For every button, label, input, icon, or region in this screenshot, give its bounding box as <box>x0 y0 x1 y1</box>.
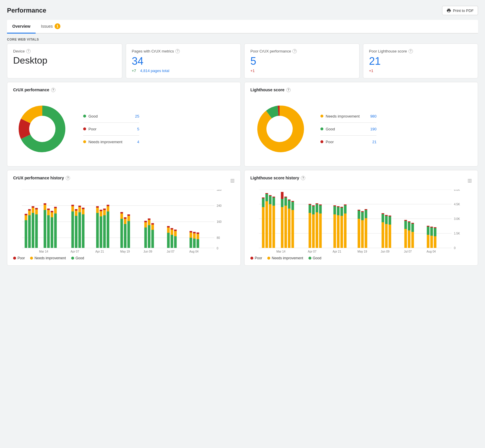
svg-text:0: 0 <box>454 246 456 250</box>
svg-point-0 <box>29 116 55 142</box>
svg-rect-12 <box>25 220 27 248</box>
poor-crux-help-icon[interactable]: ? <box>292 49 297 53</box>
svg-rect-191 <box>430 236 433 248</box>
lighthouse-history-card: Lighthouse score history ? ▥ 6.0K 4.5K <box>244 170 478 266</box>
svg-rect-53 <box>100 210 102 211</box>
print-button[interactable]: Print to PDF <box>442 6 478 15</box>
svg-rect-179 <box>404 229 407 248</box>
svg-rect-25 <box>44 205 46 210</box>
svg-rect-38 <box>71 205 74 206</box>
svg-rect-82 <box>171 230 173 235</box>
svg-rect-150 <box>334 206 336 214</box>
svg-rect-90 <box>193 239 196 248</box>
svg-rect-154 <box>337 206 340 207</box>
crux-pages-value: 34 <box>132 55 235 67</box>
crux-history-chart: 320 240 160 80 0 <box>13 190 235 254</box>
svg-rect-170 <box>382 222 384 248</box>
good-dot <box>83 115 86 118</box>
device-value: Desktop <box>13 55 116 66</box>
svg-rect-42 <box>78 212 81 248</box>
svg-text:6.0K: 6.0K <box>454 190 460 191</box>
svg-rect-143 <box>316 212 318 248</box>
svg-rect-26 <box>44 203 46 205</box>
svg-rect-83 <box>171 228 173 230</box>
svg-rect-69 <box>144 228 147 248</box>
svg-rect-158 <box>344 214 347 248</box>
svg-rect-125 <box>281 207 284 248</box>
svg-rect-178 <box>389 216 391 216</box>
lh-good-label: Good <box>326 127 360 131</box>
crux-history-help-icon[interactable]: ? <box>66 176 70 180</box>
svg-rect-173 <box>385 224 388 248</box>
svg-rect-75 <box>151 230 154 248</box>
good-value: 25 <box>130 114 139 118</box>
lighthouse-history-help-icon[interactable]: ? <box>301 176 305 180</box>
poor-dot <box>83 127 86 130</box>
device-card: Device ? Desktop <box>7 43 122 78</box>
svg-text:4.5K: 4.5K <box>454 203 460 206</box>
issues-badge: 1 <box>55 23 60 29</box>
svg-rect-187 <box>411 223 414 224</box>
lighthouse-donut-help-icon[interactable]: ? <box>286 88 291 92</box>
svg-rect-195 <box>434 228 437 236</box>
svg-rect-50 <box>96 206 99 208</box>
svg-rect-13 <box>25 215 27 220</box>
tab-overview[interactable]: Overview <box>7 20 36 34</box>
svg-rect-45 <box>82 214 85 248</box>
device-help-icon[interactable]: ? <box>26 49 31 53</box>
svg-rect-131 <box>288 209 291 248</box>
poor-lighthouse-help-icon[interactable]: ? <box>409 49 413 53</box>
crux-poor-label: Poor <box>18 256 25 260</box>
print-label: Print to PDF <box>453 8 474 13</box>
svg-rect-127 <box>281 192 284 199</box>
svg-rect-65 <box>124 217 127 219</box>
lighthouse-donut-card: Lighthouse score ? <box>244 82 478 167</box>
svg-rect-151 <box>334 205 336 206</box>
svg-rect-92 <box>193 232 196 233</box>
svg-rect-164 <box>361 220 364 248</box>
svg-rect-186 <box>411 224 414 232</box>
lh-legend-item-good: Good 190 <box>320 127 376 131</box>
svg-rect-14 <box>25 214 27 215</box>
tab-issues[interactable]: Issues 1 <box>36 20 65 34</box>
lighthouse-history-expand-icon[interactable]: ▥ <box>467 178 472 183</box>
lh-good-dot <box>320 127 323 130</box>
svg-rect-174 <box>385 216 388 224</box>
svg-rect-144 <box>316 204 318 212</box>
svg-rect-37 <box>71 206 74 211</box>
svg-rect-39 <box>75 216 78 248</box>
svg-rect-27 <box>47 215 50 248</box>
svg-rect-70 <box>144 222 147 228</box>
crux-history-expand-icon[interactable]: ▥ <box>230 178 235 183</box>
lighthouse-history-chart: 6.0K 4.5K 3.0K 1.5K 0 <box>250 190 472 254</box>
lighthouse-history-legend: Poor Needs improvement Good <box>250 256 472 260</box>
crux-history-svg: 320 240 160 80 0 <box>13 190 235 254</box>
svg-rect-124 <box>273 197 275 197</box>
crux-legend-good: Good <box>71 256 84 260</box>
svg-rect-193 <box>430 227 433 228</box>
svg-rect-171 <box>382 214 384 222</box>
svg-rect-78 <box>167 233 170 248</box>
lh-needs-value: 980 <box>368 114 376 118</box>
lh-poor-legend-dot <box>250 257 253 260</box>
crux-donut-help-icon[interactable]: ? <box>51 88 55 92</box>
good-label: Good <box>88 114 122 118</box>
svg-rect-169 <box>365 209 367 210</box>
crux-donut-title: CrUX performance ? <box>13 88 235 92</box>
lh-legend-item-needs: Needs improvement 980 <box>320 114 376 118</box>
svg-point-1 <box>266 116 293 142</box>
donut-charts-row: CrUX performance ? <box>7 82 478 167</box>
svg-rect-139 <box>309 204 311 205</box>
lh-good-legend-dot <box>308 257 311 260</box>
lh-legend-sep-1 <box>320 123 376 123</box>
svg-text:320: 320 <box>217 190 222 191</box>
svg-rect-180 <box>404 221 407 229</box>
svg-rect-22 <box>35 209 38 214</box>
poor-crux-delta: +1 <box>250 69 255 73</box>
lh-legend-item-poor: Poor 21 <box>320 140 376 144</box>
crux-pages-help-icon[interactable]: ? <box>175 49 180 53</box>
tab-overview-label: Overview <box>12 24 30 29</box>
lh-legend-poor: Poor <box>250 256 262 260</box>
svg-rect-145 <box>316 203 318 204</box>
svg-rect-113 <box>262 207 265 248</box>
